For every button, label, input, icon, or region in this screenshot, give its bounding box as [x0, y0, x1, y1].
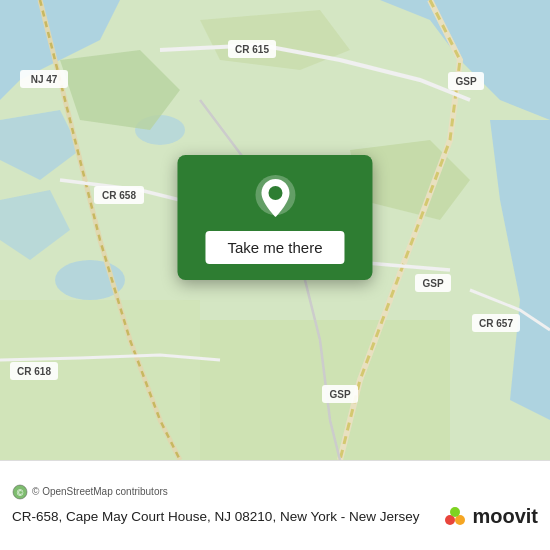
- osm-attribution: © © OpenStreetMap contributors: [12, 484, 538, 500]
- moovit-text: moovit: [472, 505, 538, 528]
- svg-text:CR 657: CR 657: [479, 318, 513, 329]
- location-pin-icon: [251, 173, 299, 221]
- bottom-info-bar: © © OpenStreetMap contributors CR-658, C…: [0, 460, 550, 550]
- osm-credit-text: © OpenStreetMap contributors: [32, 486, 168, 497]
- svg-text:GSP: GSP: [455, 76, 476, 87]
- moovit-icon: [442, 504, 468, 530]
- address-row: CR-658, Cape May Court House, NJ 08210, …: [12, 504, 538, 530]
- moovit-logo: moovit: [442, 504, 538, 530]
- svg-point-29: [450, 507, 460, 517]
- svg-text:CR 615: CR 615: [235, 44, 269, 55]
- svg-point-24: [268, 186, 282, 200]
- take-me-there-button[interactable]: Take me there: [205, 231, 344, 264]
- svg-text:CR 658: CR 658: [102, 190, 136, 201]
- svg-text:CR 618: CR 618: [17, 366, 51, 377]
- osm-logo-icon: ©: [12, 484, 28, 500]
- address-text: CR-658, Cape May Court House, NJ 08210, …: [12, 509, 419, 524]
- svg-text:NJ 47: NJ 47: [31, 74, 58, 85]
- location-popup: Take me there: [177, 155, 372, 280]
- svg-text:GSP: GSP: [329, 389, 350, 400]
- svg-text:©: ©: [17, 488, 24, 498]
- svg-text:GSP: GSP: [422, 278, 443, 289]
- map-area: NJ 47 CR 615 GSP CR 658 CR 615 GSP CR 61…: [0, 0, 550, 460]
